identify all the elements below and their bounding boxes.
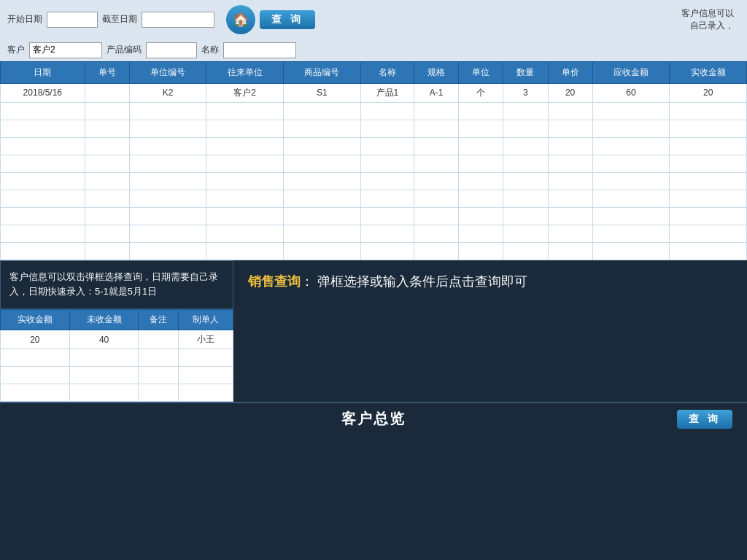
table-cell: 40 — [69, 330, 139, 349]
table-cell — [139, 349, 179, 367]
end-date-label: 截至日期 — [102, 13, 137, 26]
table-row — [1, 225, 747, 242]
table-cell — [503, 137, 548, 155]
customer-input[interactable] — [29, 42, 102, 58]
table-cell — [459, 137, 503, 155]
table-cell — [670, 190, 747, 207]
table-cell — [85, 120, 129, 137]
table-cell — [414, 225, 459, 242]
filter-bar-row2: 客户 产品编码 名称 — [0, 39, 747, 61]
col-unit: 单位 — [459, 61, 503, 83]
table-cell — [459, 190, 503, 207]
table-cell — [283, 225, 360, 242]
sales-query-colon: ： — [301, 274, 314, 289]
table-cell — [503, 102, 548, 120]
table-cell — [592, 242, 670, 260]
table-cell — [360, 225, 414, 242]
table-cell — [360, 155, 414, 172]
table-cell — [85, 155, 129, 172]
table-cell — [85, 83, 129, 102]
table-cell — [206, 207, 284, 225]
overview-query-button[interactable]: 查 询 — [677, 410, 732, 429]
small-col-creator: 制单人 — [179, 310, 233, 330]
table-cell — [179, 384, 233, 402]
table-cell — [592, 155, 670, 172]
table-cell — [85, 137, 129, 155]
table-cell — [206, 102, 284, 120]
table-cell — [1, 225, 85, 242]
small-col-received: 实收金额 — [1, 310, 70, 330]
table-cell: 小王 — [179, 330, 233, 349]
table-cell — [548, 225, 592, 242]
table-cell — [1, 384, 70, 402]
product-code-label: 产品编码 — [107, 44, 142, 56]
table-cell — [283, 172, 360, 190]
table-cell — [503, 242, 548, 260]
table-cell — [459, 120, 503, 137]
table-cell — [206, 155, 284, 172]
start-date-input[interactable] — [47, 12, 98, 28]
table-cell — [129, 172, 206, 190]
table-cell — [1, 207, 85, 225]
table-row — [1, 155, 747, 172]
table-cell — [414, 242, 459, 260]
small-col-unreceived: 未收金额 — [69, 310, 139, 330]
table-cell — [548, 207, 592, 225]
table-cell — [459, 225, 503, 242]
sales-query-area: 销售查询： 弹框选择或输入条件后点击查询即可 — [233, 260, 747, 402]
table-cell — [179, 349, 233, 367]
table-cell — [283, 102, 360, 120]
customer-note-top: 客户信息可以自己录入， — [320, 4, 740, 35]
sales-query-title: 销售查询 — [248, 274, 301, 289]
col-received: 实收金额 — [670, 61, 747, 83]
table-cell: 2018/5/16 — [1, 83, 85, 102]
table-row — [1, 102, 747, 120]
table-cell — [459, 155, 503, 172]
customer-overview: 客户总览 查 询 — [0, 402, 747, 435]
info-box: 客户信息可以双击弹框选择查询，日期需要自己录入，日期快速录入：5-1就是5月1日 — [0, 260, 233, 310]
table-cell — [548, 172, 592, 190]
summary-table: 实收金额 未收金额 备注 制单人 2040小王 — [0, 309, 233, 402]
table-cell — [670, 155, 747, 172]
table-cell — [360, 172, 414, 190]
home-icon[interactable]: 🏠 — [226, 5, 255, 34]
table-cell — [85, 242, 129, 260]
table-cell — [139, 330, 179, 349]
table-cell — [1, 349, 70, 367]
col-counterpart: 往来单位 — [206, 61, 284, 83]
table-cell — [139, 367, 179, 384]
table-cell — [1, 242, 85, 260]
table-cell — [548, 242, 592, 260]
table-cell — [414, 207, 459, 225]
table-row — [1, 137, 747, 155]
col-qty: 数量 — [503, 61, 548, 83]
small-col-note: 备注 — [139, 310, 179, 330]
table-cell — [592, 172, 670, 190]
query-button[interactable]: 查 询 — [260, 10, 315, 29]
name-label: 名称 — [201, 44, 219, 56]
table-cell — [129, 120, 206, 137]
table-cell — [139, 384, 179, 402]
table-cell — [1, 367, 70, 384]
table-cell — [592, 225, 670, 242]
product-code-input[interactable] — [146, 42, 197, 58]
end-date-input[interactable] — [142, 12, 214, 28]
table-cell — [414, 190, 459, 207]
table-cell — [129, 207, 206, 225]
table-row — [1, 349, 233, 367]
table-cell — [360, 120, 414, 137]
table-cell — [85, 190, 129, 207]
sales-table: 日期 单号 单位编号 往来单位 商品编号 名称 规格 单位 数量 单价 应收金额… — [0, 61, 747, 260]
table-cell — [670, 172, 747, 190]
info-text: 客户信息可以双击弹框选择查询，日期需要自己录入，日期快速录入：5-1就是5月1日 — [9, 271, 218, 298]
table-cell — [129, 225, 206, 242]
table-row — [1, 190, 747, 207]
table-cell — [459, 102, 503, 120]
col-name: 名称 — [360, 61, 414, 83]
table-cell — [129, 242, 206, 260]
table-cell — [129, 137, 206, 155]
table-cell — [414, 137, 459, 155]
name-input[interactable] — [223, 42, 296, 58]
table-cell — [503, 172, 548, 190]
bottom-section: 客户信息可以双击弹框选择查询，日期需要自己录入，日期快速录入：5-1就是5月1日… — [0, 260, 747, 402]
